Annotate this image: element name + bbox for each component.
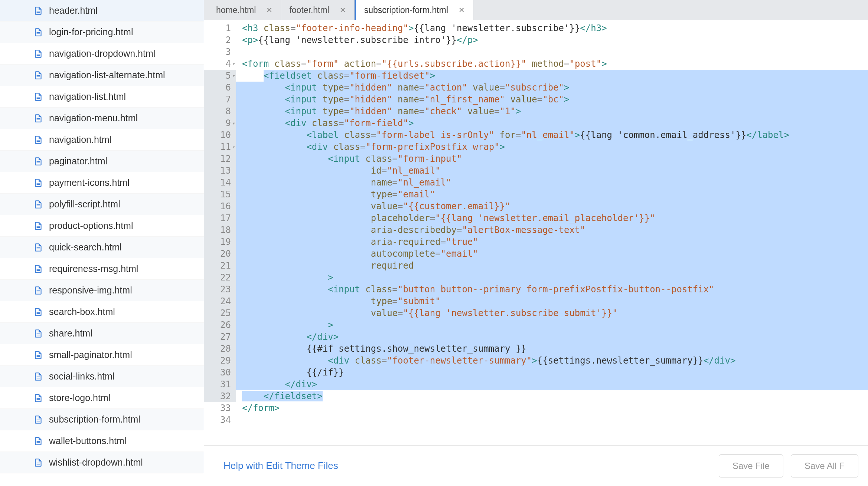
- file-item-label: store-logo.html: [49, 393, 110, 403]
- code-line[interactable]: </fieldset>: [236, 390, 868, 402]
- code-line[interactable]: <fieldset class="form-fieldset">: [236, 70, 868, 82]
- file-item[interactable]: navigation-list-alternate.html: [0, 65, 204, 86]
- file-item[interactable]: store-logo.html: [0, 387, 204, 409]
- file-item-label: product-options.html: [49, 220, 133, 231]
- file-item[interactable]: share.html: [0, 323, 204, 344]
- code-line[interactable]: <input class="form-input": [236, 153, 868, 165]
- save-file-button[interactable]: Save File: [719, 454, 783, 477]
- code-line[interactable]: <p>{{lang 'newsletter.subscribe_intro'}}…: [236, 34, 868, 46]
- editor-tab[interactable]: home.html✕: [208, 0, 281, 20]
- file-icon: [33, 372, 43, 381]
- code-line[interactable]: required: [236, 260, 868, 272]
- code-line[interactable]: placeholder="{{lang 'newsletter.email_pl…: [236, 212, 868, 224]
- file-item[interactable]: wallet-buttons.html: [0, 430, 204, 452]
- file-item[interactable]: requireness-msg.html: [0, 258, 204, 280]
- code-line[interactable]: </form>: [236, 402, 868, 414]
- save-all-button[interactable]: Save All F: [791, 454, 858, 477]
- file-icon: [33, 178, 43, 188]
- file-item[interactable]: navigation-list.html: [0, 86, 204, 108]
- file-icon: [33, 307, 43, 317]
- close-icon[interactable]: ✕: [266, 6, 273, 14]
- gutter-line: 30: [204, 367, 236, 378]
- code-line[interactable]: value="{{lang 'newsletter.subscribe_subm…: [236, 307, 868, 319]
- code-line[interactable]: type="submit": [236, 295, 868, 307]
- code-line[interactable]: <div class="footer-newsletter-summary">{…: [236, 355, 868, 367]
- code-line[interactable]: <input class="button button--primary for…: [236, 283, 868, 295]
- gutter-line: 15: [204, 188, 236, 200]
- code-line[interactable]: [236, 414, 868, 426]
- editor-tab[interactable]: footer.html✕: [281, 0, 354, 20]
- file-icon: [33, 49, 43, 59]
- help-link[interactable]: Help with Edit Theme Files: [223, 460, 338, 472]
- gutter-line: 32: [204, 390, 236, 402]
- file-item-label: paginator.html: [49, 156, 107, 167]
- gutter-line: 5▾: [204, 70, 236, 82]
- file-item[interactable]: quick-search.html: [0, 237, 204, 258]
- code-line[interactable]: <input type="hidden" name="nl_first_name…: [236, 93, 868, 105]
- code-line[interactable]: <h3 class="footer-info-heading">{{lang '…: [236, 22, 868, 34]
- code-line[interactable]: <div class="form-field">: [236, 117, 868, 129]
- file-icon: [33, 135, 43, 145]
- file-icon: [33, 200, 43, 209]
- fold-marker-icon[interactable]: ▾: [232, 141, 235, 153]
- file-item[interactable]: responsive-img.html: [0, 280, 204, 301]
- file-icon: [33, 393, 43, 403]
- fold-marker-icon[interactable]: ▾: [232, 58, 235, 70]
- gutter-line: 11▾: [204, 141, 236, 153]
- code-line[interactable]: {{/if}}: [236, 367, 868, 378]
- code-line[interactable]: >: [236, 272, 868, 283]
- code-line[interactable]: <form class="form" action="{{urls.subscr…: [236, 58, 868, 70]
- editor-tabs: home.html✕footer.html✕subscription-form.…: [204, 0, 868, 20]
- code-line[interactable]: value="{{customer.email}}": [236, 200, 868, 212]
- file-icon: [33, 350, 43, 360]
- code-line[interactable]: type="email": [236, 188, 868, 200]
- close-icon[interactable]: ✕: [340, 6, 346, 14]
- code-line[interactable]: name="nl_email": [236, 177, 868, 188]
- gutter-line: 18: [204, 224, 236, 236]
- file-item[interactable]: search-box.html: [0, 301, 204, 323]
- code-line[interactable]: autocomplete="email": [236, 248, 868, 260]
- code-line[interactable]: <input type="hidden" name="check" value=…: [236, 105, 868, 117]
- code-line[interactable]: [236, 46, 868, 58]
- gutter-line: 8: [204, 105, 236, 117]
- file-item[interactable]: wishlist-dropdown.html: [0, 452, 204, 473]
- file-item[interactable]: polyfill-script.html: [0, 194, 204, 215]
- code-line[interactable]: </div>: [236, 331, 868, 343]
- gutter-line: 14: [204, 177, 236, 188]
- file-tree-sidebar[interactable]: header.htmllogin-for-pricing.htmlnavigat…: [0, 0, 204, 486]
- editor-code-area[interactable]: <h3 class="footer-info-heading">{{lang '…: [236, 20, 868, 445]
- editor-tab[interactable]: subscription-form.html✕: [355, 0, 473, 20]
- file-item[interactable]: paginator.html: [0, 151, 204, 172]
- file-item[interactable]: subscription-form.html: [0, 409, 204, 430]
- gutter-line: 34: [204, 414, 236, 426]
- code-line[interactable]: <input type="hidden" name="action" value…: [236, 82, 868, 93]
- file-item[interactable]: navigation.html: [0, 129, 204, 151]
- file-item-label: header.html: [49, 5, 98, 16]
- code-line[interactable]: aria-required="true": [236, 236, 868, 248]
- code-line[interactable]: </div>: [236, 378, 868, 390]
- file-icon: [33, 27, 43, 37]
- code-line[interactable]: aria-describedby="alertBox-message-text": [236, 224, 868, 236]
- code-line[interactable]: >: [236, 319, 868, 331]
- file-item[interactable]: product-options.html: [0, 215, 204, 237]
- tab-label: subscription-form.html: [364, 5, 448, 15]
- gutter-line: 16: [204, 200, 236, 212]
- code-line[interactable]: id="nl_email": [236, 165, 868, 177]
- file-item[interactable]: login-for-pricing.html: [0, 22, 204, 43]
- file-item-label: requireness-msg.html: [49, 263, 138, 274]
- file-item[interactable]: payment-icons.html: [0, 172, 204, 194]
- gutter-line: 27: [204, 331, 236, 343]
- file-item[interactable]: small-paginator.html: [0, 344, 204, 366]
- close-icon[interactable]: ✕: [459, 6, 465, 14]
- file-item[interactable]: navigation-dropdown.html: [0, 43, 204, 65]
- fold-marker-icon[interactable]: ▾: [232, 70, 235, 82]
- code-line[interactable]: {{#if settings.show_newsletter_summary }…: [236, 343, 868, 355]
- code-line[interactable]: <label class="form-label is-srOnly" for=…: [236, 129, 868, 141]
- file-item[interactable]: social-links.html: [0, 366, 204, 387]
- fold-marker-icon[interactable]: ▾: [232, 117, 235, 129]
- code-line[interactable]: <div class="form-prefixPostfix wrap">: [236, 141, 868, 153]
- file-item[interactable]: navigation-menu.html: [0, 108, 204, 129]
- file-icon: [33, 221, 43, 231]
- file-item[interactable]: header.html: [0, 0, 204, 22]
- code-editor[interactable]: 1234▾5▾6789▾1011▾12131415161718192021222…: [204, 20, 868, 445]
